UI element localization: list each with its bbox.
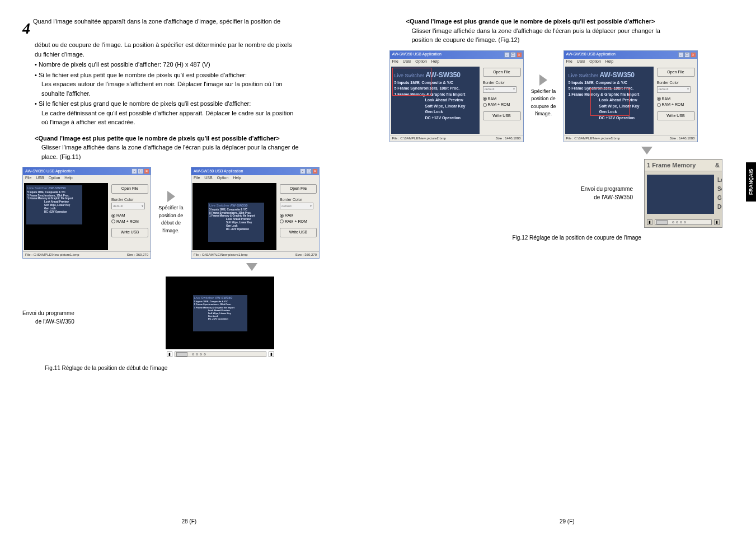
menu-usb[interactable]: USB	[577, 59, 585, 65]
promo-l6: Gen Lock	[209, 224, 238, 227]
close-icon[interactable]: ×	[144, 168, 149, 174]
minimize-icon[interactable]: -	[300, 168, 306, 174]
menu-file[interactable]: File	[25, 175, 31, 182]
h-slider[interactable]: ▮ ▮	[647, 218, 720, 226]
ram-label: RAM	[662, 96, 671, 102]
open-file-button[interactable]: Open File	[657, 68, 695, 77]
border-color-select[interactable]: default▾	[657, 86, 691, 93]
menu-file[interactable]: File	[392, 59, 398, 65]
menu-option[interactable]: Option	[415, 59, 427, 65]
promo-switcher: Live Switcher	[209, 204, 229, 207]
border-value: default	[485, 87, 495, 92]
menu-file[interactable]: File	[566, 59, 572, 65]
loaded-image[interactable]: Live Switcher AW-SW350 5 Inputs 1M/E, Co…	[26, 185, 82, 224]
open-file-button[interactable]: Open File	[280, 184, 317, 194]
maximize-icon[interactable]: □	[510, 52, 516, 58]
write-usb-button[interactable]: Write USB	[280, 228, 317, 237]
menu-file[interactable]: File	[194, 175, 200, 182]
window-controls: - □ ×	[678, 52, 696, 58]
preview-area[interactable]: Live Switcher AW-SW350 5 Inputs 1M/E, Co…	[565, 67, 654, 134]
slider-right-icon[interactable]: ▮	[269, 352, 274, 357]
window-body: Live Switcher AW-SW350 5 Inputs 1M/E, Co…	[191, 182, 319, 251]
minimize-icon[interactable]: -	[132, 168, 137, 174]
promo-l5: Soft Wipe, Linear Key	[395, 104, 466, 108]
menu-help[interactable]: Help	[605, 59, 613, 65]
slider-track[interactable]	[175, 352, 266, 357]
slider-right-icon[interactable]: ▮	[714, 219, 720, 225]
minimize-icon[interactable]: -	[678, 52, 684, 58]
window-controls: - □ ×	[300, 168, 318, 174]
h-slider[interactable]: ▮ ▮	[167, 350, 274, 358]
border-color-select[interactable]: default▾	[483, 86, 516, 93]
slider-left-icon[interactable]: ▮	[647, 219, 652, 225]
radio-ram[interactable]	[111, 214, 115, 218]
write-usb-button[interactable]: Write USB	[111, 228, 148, 237]
menu-help[interactable]: Help	[233, 175, 241, 182]
preview-full: Live Switcher AW-SW350 5 Inputs 1M/E, Co…	[166, 277, 274, 349]
side-panel: Open File Border Color default▾ RAM RAM …	[481, 65, 523, 135]
step-text-line-1: Quand l'image souhaitée apparaît dans la…	[33, 18, 280, 25]
menu-usb[interactable]: USB	[403, 59, 411, 65]
menu-usb[interactable]: USB	[204, 175, 212, 182]
radio-ram-rom[interactable]	[657, 103, 661, 107]
open-file-button[interactable]: Open File	[483, 68, 521, 77]
write-usb-button[interactable]: Write USB	[657, 111, 695, 121]
page-number-left: 28 (F)	[0, 517, 378, 526]
menu-usb[interactable]: USB	[36, 175, 44, 182]
slider-thumb[interactable]	[656, 220, 668, 224]
promo-model: AW-SW350	[600, 71, 635, 79]
radio-ram[interactable]	[483, 97, 487, 101]
status-bar: File : C:\SAMPLE\New picture3.bmp Size :…	[564, 135, 697, 142]
frame-memory-header: 1 Frame Memory &	[645, 160, 722, 172]
preview-area[interactable]: Live Switcher AW-SW350 5 Inputs 1M/E, Co…	[24, 183, 108, 250]
bullet-larger-l1: Le cadre définissant ce qu'il est possib…	[41, 109, 356, 118]
radio-ram-rom[interactable]	[280, 219, 284, 223]
radio-ram[interactable]	[280, 214, 284, 218]
minimize-icon[interactable]: -	[504, 52, 510, 58]
border-color-select[interactable]: default▾	[111, 203, 145, 209]
case-large-desc-2: position de coupure de l'image. (Fig.12)	[412, 35, 734, 45]
crop-frame[interactable]	[392, 68, 431, 96]
maximize-icon[interactable]: □	[306, 168, 312, 174]
loaded-image-moved[interactable]: Live Switcher AW-SW350 5 Inputs 1M/E, Co…	[208, 203, 264, 242]
close-icon[interactable]: ×	[691, 52, 696, 58]
radio-ram[interactable]	[657, 97, 661, 101]
radio-ram-rom[interactable]	[111, 219, 115, 223]
screenshot-row-1: AW-SW350 USB Application - □ × File USB …	[22, 167, 356, 259]
slider-track[interactable]	[655, 219, 712, 225]
menu-help[interactable]: Help	[431, 59, 439, 65]
status-bar: File : C:\SAMPLE\New picture1.bmp Size :…	[191, 251, 319, 258]
menu-option[interactable]: Option	[589, 59, 601, 65]
promo-l3: 1 Frame Memory & Graphic file Import	[27, 197, 73, 200]
slider-left-icon[interactable]: ▮	[167, 352, 172, 357]
ramrom-label: RAM + ROM	[662, 102, 684, 108]
close-icon[interactable]: ×	[516, 52, 522, 58]
title-bar: AW-SW350 USB Application - □ ×	[23, 167, 151, 175]
promo-l7: DC +12V Operation	[194, 317, 228, 320]
menu-option[interactable]: Option	[49, 175, 60, 182]
border-color-select[interactable]: default▾	[280, 203, 313, 209]
open-file-button[interactable]: Open File	[111, 184, 148, 194]
case-small-desc-2: place. (Fig.11)	[41, 152, 356, 162]
border-color-label: Border Color	[280, 197, 317, 203]
maximize-icon[interactable]: □	[684, 52, 690, 58]
arrow-down-icon	[246, 263, 257, 271]
title-bar: AW-SW350 USB Application - □ ×	[390, 51, 523, 59]
menu-help[interactable]: Help	[64, 175, 72, 182]
menu-option[interactable]: Option	[217, 175, 229, 182]
slider-thumb[interactable]	[176, 352, 187, 357]
maximize-icon[interactable]: □	[138, 168, 143, 174]
close-icon[interactable]: ×	[312, 168, 318, 174]
radio-ram-rom[interactable]	[483, 103, 487, 107]
chevron-down-icon: ▾	[310, 204, 312, 209]
page-number-right: 29 (F)	[378, 517, 757, 526]
preview-area[interactable]: Live Switcher AW-SW350 5 Inputs 1M/E, Co…	[391, 67, 480, 134]
preview-area[interactable]: Live Switcher AW-SW350 5 Inputs 1M/E, Co…	[192, 183, 276, 250]
screenshot-row-right: AW-SW350 USB Application - □ × File USB …	[389, 50, 734, 142]
arrow-right-icon	[539, 74, 547, 86]
status-bar: File : C:\SAMPLE\New picture1.bmp Size :…	[23, 251, 151, 258]
write-usb-button[interactable]: Write USB	[483, 111, 521, 121]
ramrom-label: RAM + ROM	[488, 102, 510, 108]
app-window-before-small: AW-SW350 USB Application - □ × File USB …	[22, 167, 151, 259]
crop-frame-moved[interactable]	[590, 88, 630, 116]
